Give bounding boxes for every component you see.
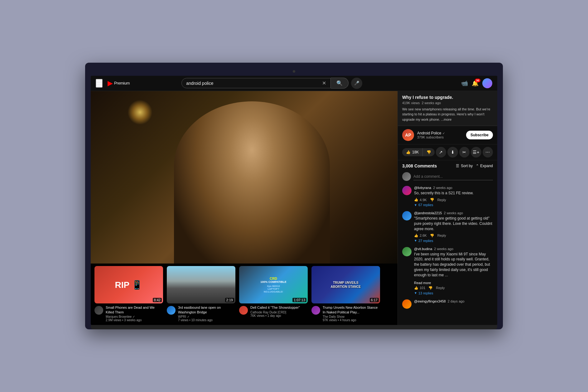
subscribe-button[interactable]: Subscribe (466, 131, 493, 139)
list-item[interactable]: RIP 📱 8:42 Small Phones are Dead and We … (94, 266, 163, 322)
replies-toggle[interactable]: ▼ 13 replies (414, 291, 433, 295)
save-icon: ☰+ (473, 150, 479, 155)
comment-reply-button[interactable]: Reply (436, 286, 445, 290)
channel-name: The Daily Show (323, 315, 380, 318)
download-button[interactable]: ⬇ (447, 147, 458, 157)
like-button[interactable]: 👍 18K (402, 148, 423, 156)
comment-content: @livbyrana 2 weeks ago So, secretly this… (414, 186, 493, 207)
comment-text: "Smartphones are getting good at getting… (414, 216, 493, 231)
expand-label: Expand (480, 164, 493, 168)
verified-icon: ✓ (187, 315, 190, 318)
comment-like-button[interactable]: 👍 2.6K (414, 234, 427, 238)
channel-info: Android Police ✓ 379K subscribers (417, 131, 463, 139)
channel-avatar (94, 306, 103, 315)
replies-toggle[interactable]: ▼ 27 replies (414, 239, 433, 243)
video-meta: Small Phones are Dead and We Killed Them… (106, 305, 163, 322)
download-icon: ⬇ (451, 150, 455, 155)
menu-button[interactable]: ☰ (96, 79, 103, 88)
comment-like-count: 101 (420, 286, 425, 290)
thumbs-up-icon: 👍 (414, 198, 418, 202)
video-player[interactable] (91, 91, 398, 264)
sort-by-button[interactable]: ☰ Sort by (456, 164, 473, 168)
list-item[interactable]: TRUMP UNVEILSABORTION STANCE 6:17 Trump … (311, 266, 380, 322)
comment-reply-button[interactable]: Reply (437, 198, 446, 202)
youtube-header: ☰ ▶ Premium ✕ 🔍 🎤 📹 🔔 30 (91, 76, 497, 91)
comment-author: @jandrestola2215 (414, 211, 442, 215)
camera-bar (91, 68, 497, 75)
thumbs-up-icon: 👍 (414, 234, 418, 238)
comments-header: 3,008 Comments ☰ Sort by ⌃ Expand (402, 163, 493, 168)
laptop-frame: ☰ ▶ Premium ✕ 🔍 🎤 📹 🔔 30 (85, 63, 503, 329)
comment-dislike-button[interactable]: 👎 (430, 198, 434, 202)
comment-like-button[interactable]: 👍 4.9K (414, 198, 427, 202)
comment-author-row: @ewingyflingex3458 2 days ago (414, 299, 493, 303)
sort-label: Sort by (461, 164, 473, 168)
video-description-text: We see new smartphones releasing all the… (402, 107, 493, 122)
video-description-panel: Why I refuse to upgrade. 419K views 2 we… (398, 91, 497, 126)
comments-count: 3,008 Comments (402, 163, 456, 168)
header-right: 📹 🔔 30 (461, 78, 492, 88)
list-item[interactable]: 2:19 3rd eastbound lane open on Washingt… (167, 266, 235, 322)
user-avatar[interactable] (482, 78, 492, 88)
comment-dislike-button[interactable]: 👎 (430, 234, 434, 238)
comment-text: So, secretly this is a S21 FE review. (414, 191, 493, 196)
comment-content: @vit.budina 2 weeks ago I've been using … (414, 247, 493, 295)
video-duration: 6:17 (370, 298, 379, 302)
person-silhouette (174, 101, 330, 264)
thumbs-down-icon: 👎 (428, 286, 433, 290)
search-input[interactable] (186, 81, 322, 86)
expand-button[interactable]: ⌃ Expand (476, 164, 493, 168)
comment-time: 2 weeks ago (434, 247, 453, 251)
video-info: Trump Unveils New Abortion Stance In Nak… (311, 303, 380, 322)
comment-like-count: 4.9K (420, 198, 427, 202)
replies-toggle[interactable]: ▼ 67 replies (414, 203, 433, 207)
video-duration: 8:42 (153, 298, 162, 302)
list-item[interactable]: CRD 100% COMPATIBLE Xps M2010LAPTOP?NO.L… (239, 266, 308, 322)
comment-time: 2 days ago (448, 299, 465, 303)
video-area: RIP 📱 8:42 Small Phones are Dead and We … (91, 91, 398, 325)
video-title: Dell Called it "The Showstopper" (250, 305, 300, 310)
commenter-avatar (402, 186, 412, 195)
save-button[interactable]: ☰+ (471, 147, 481, 157)
channel-name: Cathode Ray Dude [CRD] (250, 311, 300, 314)
comment-author: @vit.budina (414, 247, 432, 251)
comment-dislike-button[interactable]: 👎 (428, 286, 433, 290)
user-comment-avatar (402, 172, 411, 181)
search-button[interactable]: 🔍 (331, 78, 349, 89)
channel-avatar (311, 306, 320, 315)
share-button[interactable]: ↗ (436, 147, 446, 157)
premium-label: Premium (114, 81, 130, 85)
like-dislike-group: 👍 18K 👎 (402, 148, 435, 156)
add-comment-input[interactable] (413, 173, 493, 180)
video-info: Dell Called it "The Showstopper" Cathode… (239, 303, 308, 318)
chevron-up-icon: ⌃ (476, 164, 479, 168)
comment-content: @ewingyflingex3458 2 days ago (414, 299, 493, 309)
mic-button[interactable]: 🎤 (351, 78, 362, 89)
thumbs-down-icon: 👎 (430, 198, 434, 202)
chevron-down-icon: ▼ (414, 239, 417, 242)
clip-button[interactable]: ✂ (459, 147, 470, 157)
search-bar: ✕ 🔍 🎤 (181, 78, 362, 89)
dislike-button[interactable]: 👎 (423, 148, 434, 156)
comment-reply-button[interactable]: Reply (437, 234, 446, 237)
video-duration: 1:07:13 (292, 298, 306, 302)
read-more-button[interactable]: Read more (414, 281, 431, 285)
replies-count: 13 replies (418, 291, 433, 295)
video-duration: 2:19 (225, 298, 234, 302)
related-videos: RIP 📱 8:42 Small Phones are Dead and We … (91, 264, 398, 325)
verified-badge: ✓ (442, 132, 445, 135)
chevron-down-icon: ▼ (414, 203, 417, 207)
comment-like-count: 2.6K (420, 234, 427, 237)
more-button[interactable]: ⋯ (483, 147, 493, 157)
main-content: RIP 📱 8:42 Small Phones are Dead and We … (91, 91, 497, 325)
video-title: Small Phones are Dead and We Killed Them (106, 305, 163, 314)
comment-text: I've been using my Xiaomi Mi 9T since Ma… (414, 252, 493, 278)
channel-avatar (239, 306, 248, 315)
clear-icon[interactable]: ✕ (322, 80, 326, 86)
notifications-button[interactable]: 🔔 30 (472, 80, 479, 87)
comment-like-button[interactable]: 👍 101 (414, 286, 425, 290)
comment-time: 2 weeks ago (433, 186, 452, 190)
video-title: Trump Unveils New Abortion Stance In Nak… (323, 305, 380, 314)
create-button[interactable]: 📹 (461, 80, 468, 87)
like-icon: 👍 (406, 150, 411, 154)
